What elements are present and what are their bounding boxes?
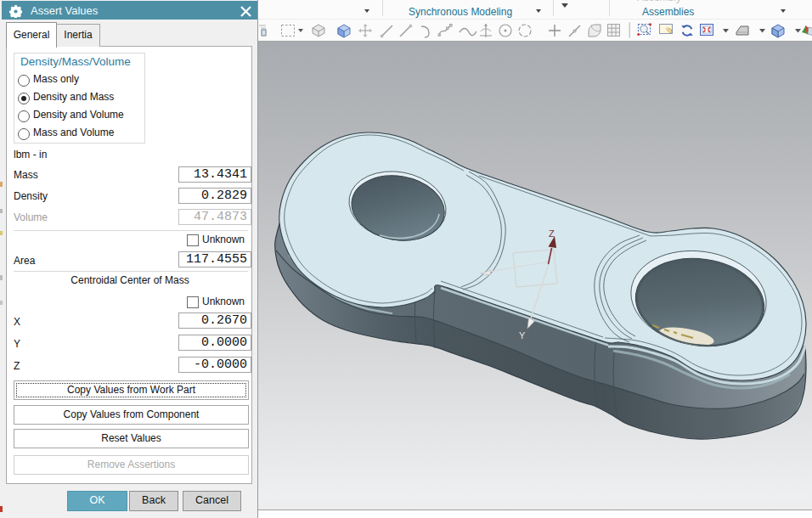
svg-text:Z: Z xyxy=(549,228,555,239)
svg-text:Y: Y xyxy=(519,330,526,341)
